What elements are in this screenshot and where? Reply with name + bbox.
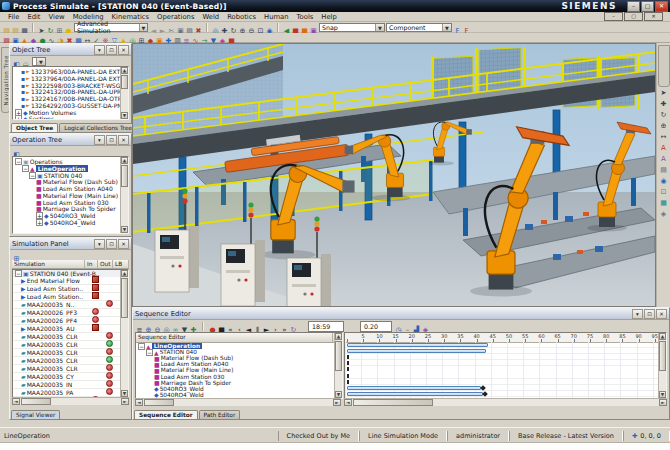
gantt-chart[interactable]: 5101520253035404550556065707580859095 ▲ …	[344, 332, 667, 399]
simulation-interval-field[interactable]: 0.20	[360, 321, 392, 332]
sequence-tree-scrollbar[interactable]: ▲ ▼	[334, 333, 342, 398]
gantt-hscrollbar[interactable]: ◄ ►	[344, 398, 667, 406]
panel-pin-icon[interactable]: ⊡	[106, 135, 117, 145]
scroll-down-icon[interactable]: ▼	[121, 112, 128, 119]
viewer-layers-icon[interactable]: ▦	[659, 199, 668, 208]
simulation-time-field[interactable]: 18:59	[308, 321, 344, 332]
collapse-icon[interactable]: −	[146, 349, 153, 356]
simulation-row[interactable]: ▰MAA200026_PF4	[13, 317, 128, 325]
collapse-icon[interactable]: −	[15, 158, 22, 165]
menu-help[interactable]: Help	[317, 13, 341, 21]
viewer-settings-icon[interactable]: ◈	[659, 210, 668, 219]
simulation-grid[interactable]: −▣STATION 040 (Event-B..▶End Material Fl…	[12, 269, 129, 398]
sequence-tree-hscrollbar[interactable]: ◄ ►	[135, 398, 341, 406]
panel-menu-icon[interactable]: ▾	[632, 309, 643, 319]
mdi-close-button[interactable]: ✕	[644, 12, 663, 21]
viewer-camera-icon[interactable]: ◉	[659, 177, 668, 186]
simulation-row[interactable]: ▰MAA200035_PA_	[13, 389, 128, 397]
viewer-select-icon[interactable]: ➤	[659, 89, 668, 98]
scroll-up-icon[interactable]: ▲	[335, 333, 342, 340]
scroll-right-icon[interactable]: ►	[659, 399, 667, 406]
operation-tree[interactable]: −▣Operations−▲LineOperation−▣STATION 040…	[12, 156, 129, 234]
scroll-down-icon[interactable]: ▼	[659, 391, 666, 398]
simulation-row[interactable]: ▰MAA200035_N..	[13, 301, 128, 309]
simulation-column-headers[interactable]: Simulation In Out LB	[12, 260, 129, 269]
tab-path-editor[interactable]: Path Editor	[199, 410, 241, 419]
mdi-minimize-button[interactable]: –	[604, 12, 623, 21]
minimize-button[interactable]: –	[627, 1, 640, 12]
title-bar: Process Simulate - [STATION 040 (Event-B…	[0, 0, 670, 12]
sequence-tree[interactable]: Sequence Editor ▾ −▲LineOperation−▲STATI…	[135, 332, 343, 399]
scroll-down-icon[interactable]: ▼	[121, 390, 128, 397]
simulation-hscrollbar[interactable]: ◄ ►	[12, 397, 129, 405]
panel-pin-icon[interactable]: ⊡	[106, 45, 117, 55]
viewer-pan-icon[interactable]: ✚	[659, 100, 668, 109]
gantt-bar[interactable]	[347, 386, 481, 390]
restore-button[interactable]: ▢	[641, 1, 654, 12]
gantt-bar[interactable]	[347, 392, 483, 396]
tab-signal-viewer[interactable]: Signal Viewer	[11, 410, 60, 419]
scroll-up-icon[interactable]: ▲	[121, 157, 128, 164]
simulation-row[interactable]: ▰MAA200026_PF3	[13, 309, 128, 317]
scroll-up-icon[interactable]: ▲	[121, 270, 128, 277]
viewer-rotate-icon[interactable]: ↻	[659, 111, 668, 120]
gantt-bar[interactable]	[347, 343, 488, 347]
tree-row[interactable]: +◆5040RO4_Weld	[13, 219, 128, 226]
scroll-down-icon[interactable]: ▼	[121, 226, 128, 233]
gantt-bar[interactable]	[347, 349, 486, 353]
scroll-down-icon[interactable]: ▼	[335, 391, 342, 398]
panel-close-icon[interactable]: ✕	[118, 45, 129, 55]
graphic-viewer-3d[interactable]	[132, 43, 656, 307]
simulation-panel-header[interactable]: Simulation Panel ▾ ⊡ ✕	[10, 238, 131, 250]
gantt-end-marker	[482, 391, 488, 397]
operation-tree-scrollbar[interactable]: ▲ ▼	[120, 157, 128, 233]
scroll-left-icon[interactable]: ◄	[344, 399, 352, 406]
tab-sequence-editor[interactable]: Sequence Editor	[134, 410, 198, 419]
scroll-right-icon[interactable]: ►	[333, 399, 341, 406]
panel-menu-icon[interactable]: ▾	[94, 45, 105, 55]
component-combo[interactable]: Component▼	[386, 23, 452, 32]
tree-row[interactable]: −▣STATION 040 (Event-B..	[13, 270, 128, 277]
scroll-left-icon[interactable]: ◄	[12, 398, 20, 405]
collapse-icon[interactable]: −	[22, 165, 29, 172]
simulation-scrollbar[interactable]: ▲ ▼	[120, 270, 128, 397]
gantt-scrollbar[interactable]: ▲ ▼	[658, 333, 666, 398]
viewer-measure-icon[interactable]: ↔	[659, 133, 668, 142]
expand-icon[interactable]: +	[36, 219, 43, 226]
panel-close-icon[interactable]: ✕	[656, 309, 667, 319]
simulation-row[interactable]: ▶End Material Flow	[13, 277, 128, 285]
panel-pin-icon[interactable]: ⊡	[644, 309, 655, 319]
operation-tree-header[interactable]: Operation Tree ▾ ⊡ ✕	[10, 134, 131, 146]
panel-close-icon[interactable]: ✕	[118, 239, 129, 249]
viewer-zoom-icon[interactable]: ⊕	[659, 122, 668, 131]
part-marker-icon: ►	[26, 89, 30, 95]
scroll-left-icon[interactable]: ◄	[135, 399, 143, 406]
tab-logical-collections-tree[interactable]: Logical Collections Tree	[59, 123, 137, 132]
snap-combo[interactable]: Snap▼	[319, 23, 385, 32]
viewer-snapshot-icon[interactable]: ⊡	[659, 188, 668, 197]
red-signal-icon	[106, 300, 113, 307]
panel-menu-icon[interactable]: ▾	[94, 135, 105, 145]
object-tree-view-combo[interactable]: ▼	[32, 57, 46, 66]
panel-menu-icon[interactable]: ▾	[94, 239, 105, 249]
scroll-right-icon[interactable]: ►	[121, 398, 129, 405]
chevron-down-icon[interactable]: ▼	[442, 24, 451, 31]
viewer-note-icon[interactable]: ▤	[659, 166, 668, 175]
scroll-up-icon[interactable]: ▲	[121, 67, 128, 74]
collapse-icon[interactable]: −	[29, 172, 36, 179]
panel-close-icon[interactable]: ✕	[118, 135, 129, 145]
collapse-icon[interactable]: −	[138, 343, 145, 350]
viewer-side-tab[interactable]	[658, 45, 670, 87]
scroll-up-icon[interactable]: ▲	[659, 333, 666, 340]
viewer-markup-b-icon[interactable]: A	[659, 155, 668, 164]
simulation-row[interactable]: ▶Load Asm Station..	[13, 285, 128, 293]
viewer-markup-a-icon[interactable]: A	[659, 144, 668, 153]
chevron-down-icon[interactable]: ▼	[375, 24, 384, 31]
object-tree[interactable]: ▪►13237963/00A-PANEL-DA EXTN▪►13237964/0…	[12, 66, 129, 120]
mdi-restore-button[interactable]: ▢	[624, 12, 643, 21]
panel-pin-icon[interactable]: ⊡	[106, 239, 117, 249]
sequence-tree-column-header[interactable]: Sequence Editor	[136, 333, 333, 342]
close-button[interactable]: ✕	[655, 1, 668, 12]
object-tree-scrollbar[interactable]: ▲ ▼	[120, 67, 128, 119]
tab-object-tree[interactable]: Object Tree	[11, 123, 58, 132]
